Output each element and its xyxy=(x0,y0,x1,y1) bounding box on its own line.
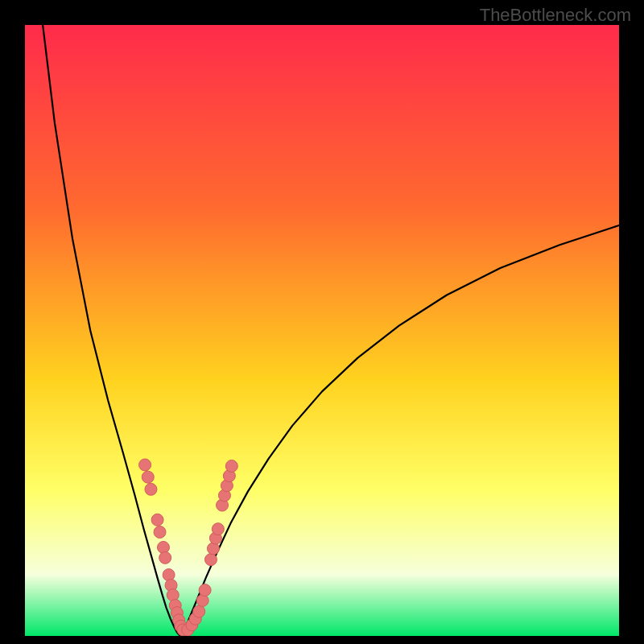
data-marker xyxy=(145,483,157,495)
data-marker xyxy=(159,551,171,564)
plot-svg xyxy=(25,25,619,636)
plot-area xyxy=(25,25,619,636)
data-marker xyxy=(204,554,217,566)
watermark-text: TheBottleneck.com xyxy=(480,5,631,26)
data-marker xyxy=(199,584,211,597)
gradient-bg xyxy=(25,25,619,636)
data-marker xyxy=(212,523,224,535)
data-marker xyxy=(193,605,205,617)
chart-frame: TheBottleneck.com xyxy=(0,0,644,644)
data-marker xyxy=(225,460,237,473)
data-marker xyxy=(139,459,151,471)
data-marker xyxy=(151,514,163,526)
data-marker xyxy=(154,526,166,538)
data-marker xyxy=(142,471,154,483)
